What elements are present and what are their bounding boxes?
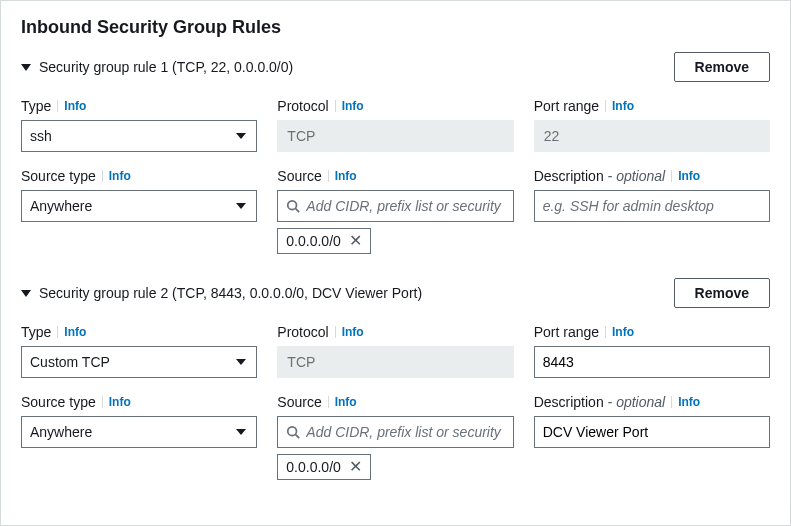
source-type-select-value: Anywhere: [30, 424, 92, 440]
description-label: Description - optional: [534, 168, 666, 184]
port-range-label: Port range: [534, 324, 599, 340]
remove-button[interactable]: Remove: [674, 52, 770, 82]
chevron-down-icon: [236, 203, 246, 209]
rule-title: Security group rule 1 (TCP, 22, 0.0.0.0/…: [39, 59, 293, 75]
info-link[interactable]: Info: [109, 169, 131, 183]
info-link[interactable]: Info: [335, 169, 357, 183]
divider: [605, 100, 606, 112]
divider: [671, 396, 672, 408]
search-icon: [286, 199, 300, 213]
rule-block-1: Security group rule 1 (TCP, 22, 0.0.0.0/…: [21, 52, 770, 254]
description-label: Description - optional: [534, 394, 666, 410]
source-label: Source: [277, 394, 321, 410]
divider: [57, 100, 58, 112]
svg-line-1: [296, 209, 300, 213]
type-label: Type: [21, 324, 51, 340]
rule-title: Security group rule 2 (TCP, 8443, 0.0.0.…: [39, 285, 422, 301]
source-type-select[interactable]: Anywhere: [21, 416, 257, 448]
divider: [605, 326, 606, 338]
description-input[interactable]: [534, 416, 770, 448]
source-type-label: Source type: [21, 394, 96, 410]
source-input-wrap[interactable]: [277, 416, 513, 448]
protocol-label: Protocol: [277, 324, 328, 340]
source-chip-text: 0.0.0.0/0: [286, 233, 341, 249]
description-input[interactable]: [534, 190, 770, 222]
info-link[interactable]: Info: [109, 395, 131, 409]
type-select[interactable]: ssh: [21, 120, 257, 152]
source-type-select-value: Anywhere: [30, 198, 92, 214]
type-select-value: Custom TCP: [30, 354, 110, 370]
port-range-input[interactable]: [534, 346, 770, 378]
chevron-down-icon: [236, 359, 246, 365]
source-type-select[interactable]: Anywhere: [21, 190, 257, 222]
port-range-label: Port range: [534, 98, 599, 114]
divider: [102, 396, 103, 408]
divider: [328, 170, 329, 182]
source-input-wrap[interactable]: [277, 190, 513, 222]
source-chip: 0.0.0.0/0 ✕: [277, 228, 371, 254]
source-type-label: Source type: [21, 168, 96, 184]
type-select-value: ssh: [30, 128, 52, 144]
caret-down-icon[interactable]: [21, 64, 31, 71]
source-label: Source: [277, 168, 321, 184]
port-range-readonly: 22: [534, 120, 770, 152]
type-select[interactable]: Custom TCP: [21, 346, 257, 378]
rule-block-2: Security group rule 2 (TCP, 8443, 0.0.0.…: [21, 278, 770, 480]
source-chip-text: 0.0.0.0/0: [286, 459, 341, 475]
source-chip: 0.0.0.0/0 ✕: [277, 454, 371, 480]
chevron-down-icon: [236, 429, 246, 435]
close-icon[interactable]: ✕: [349, 459, 362, 475]
protocol-readonly: TCP: [277, 346, 513, 378]
info-link[interactable]: Info: [612, 99, 634, 113]
info-link[interactable]: Info: [64, 325, 86, 339]
divider: [102, 170, 103, 182]
divider: [335, 100, 336, 112]
info-link[interactable]: Info: [678, 169, 700, 183]
protocol-label: Protocol: [277, 98, 328, 114]
remove-button[interactable]: Remove: [674, 278, 770, 308]
caret-down-icon[interactable]: [21, 290, 31, 297]
chevron-down-icon: [236, 133, 246, 139]
source-input[interactable]: [306, 424, 504, 440]
divider: [671, 170, 672, 182]
type-label: Type: [21, 98, 51, 114]
source-input[interactable]: [306, 198, 504, 214]
svg-point-0: [288, 201, 297, 210]
info-link[interactable]: Info: [64, 99, 86, 113]
svg-line-3: [296, 435, 300, 439]
close-icon[interactable]: ✕: [349, 233, 362, 249]
divider: [335, 326, 336, 338]
svg-point-2: [288, 427, 297, 436]
divider: [57, 326, 58, 338]
info-link[interactable]: Info: [335, 395, 357, 409]
search-icon: [286, 425, 300, 439]
info-link[interactable]: Info: [678, 395, 700, 409]
info-link[interactable]: Info: [342, 325, 364, 339]
divider: [328, 396, 329, 408]
info-link[interactable]: Info: [612, 325, 634, 339]
panel-title: Inbound Security Group Rules: [21, 17, 770, 38]
info-link[interactable]: Info: [342, 99, 364, 113]
protocol-readonly: TCP: [277, 120, 513, 152]
